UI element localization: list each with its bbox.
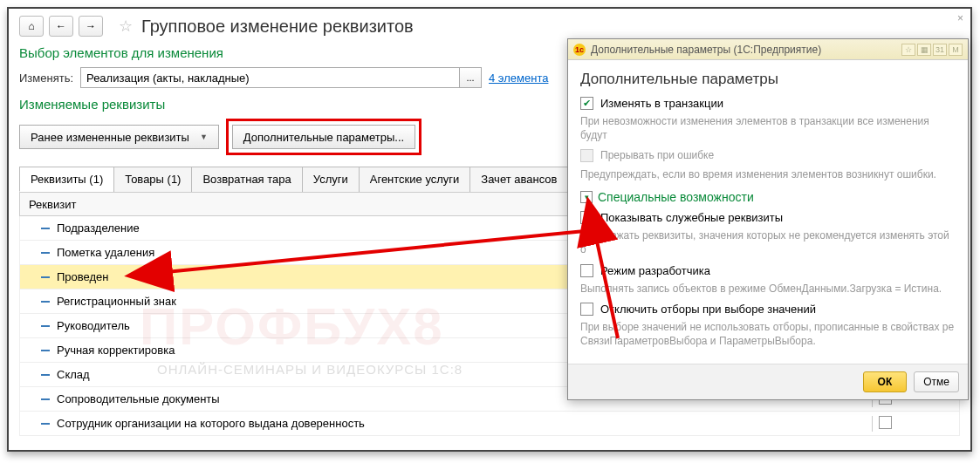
cancel-button[interactable]: Отме (914, 371, 959, 392)
dash-icon (41, 301, 50, 303)
special-section-toggle[interactable]: ▾ Специальные возможности (580, 190, 956, 204)
dash-icon (41, 423, 50, 425)
label-abort: Прерывать при ошибке (600, 149, 714, 163)
hint-show-service: Отображать реквизиты, значения которых н… (580, 229, 956, 256)
hint-dev-mode: Выполнять запись объектов в режиме Обмен… (580, 283, 956, 296)
row-name: Пометка удаления (57, 246, 154, 259)
hint-in-transaction: При невозможности изменения элементов в … (580, 115, 956, 142)
row-name: Ручная корректировка (57, 344, 175, 357)
star-icon[interactable]: ☆ (119, 17, 133, 36)
row-name: Склад (57, 368, 90, 381)
collapse-icon: ▾ (580, 191, 593, 203)
row-name: Подразделение (57, 221, 140, 235)
hint-abort: Предупреждать, если во время изменения э… (580, 168, 956, 182)
dash-icon (41, 398, 50, 400)
back-button[interactable]: ← (49, 16, 73, 37)
dash-icon (41, 325, 50, 327)
label-in-transaction: Изменять в транзакции (600, 97, 723, 110)
tab-agent[interactable]: Агентские услуги (359, 167, 471, 192)
row-name: Сотрудник организации на которого выдана… (57, 417, 365, 430)
check-disable-filters[interactable] (580, 303, 593, 316)
page-title: Групповое изменение реквизитов (141, 17, 414, 37)
change-label: Изменять: (19, 71, 73, 85)
row-name: Руководитель (57, 319, 130, 332)
elements-count-link[interactable]: 4 элемента (489, 71, 548, 85)
tab-goods[interactable]: Товары (1) (113, 167, 192, 192)
dash-icon (41, 252, 50, 254)
check-in-transaction[interactable] (580, 97, 593, 110)
dash-icon (41, 350, 50, 351)
dash-icon (41, 374, 50, 376)
dialog-titlebar-text: Дополнительные параметры (1С:Предприятие… (591, 44, 821, 56)
check-abort (580, 149, 593, 162)
home-button[interactable]: ⌂ (19, 16, 44, 37)
titlebar-icon[interactable]: ▦ (917, 44, 931, 56)
app-logo-icon: 1c (573, 44, 586, 56)
extra-params-dialog: 1c Дополнительные параметры (1С:Предприя… (567, 38, 969, 400)
row-checkbox[interactable] (879, 416, 892, 429)
hint-disable-filters: При выборе значений не использовать отбо… (580, 321, 956, 348)
label-dev-mode: Режим разработчика (600, 264, 710, 277)
check-show-service[interactable] (580, 211, 593, 224)
chevron-down-icon: ▼ (200, 133, 208, 141)
highlight-extra-params: Дополнительные параметры... (226, 119, 421, 155)
label-show-service: Показывать служебные реквизиты (600, 211, 783, 224)
change-input[interactable] (80, 67, 459, 88)
dash-icon (41, 228, 50, 229)
dialog-title: Дополнительные параметры (580, 71, 956, 88)
titlebar-icon[interactable]: 31 (933, 44, 947, 56)
label-disable-filters: Отключить отборы при выборе значений (600, 303, 816, 316)
prev-changed-button[interactable]: Ранее измененные реквизиты ▼ (19, 125, 219, 149)
ok-button[interactable]: ОК (863, 371, 908, 392)
titlebar-icon[interactable]: ☆ (901, 44, 915, 56)
table-row[interactable]: Сотрудник организации на которого выдана… (19, 412, 960, 436)
check-dev-mode[interactable] (580, 264, 593, 277)
extra-params-button[interactable]: Дополнительные параметры... (232, 125, 415, 149)
row-name: Сопроводительные документы (57, 392, 220, 405)
dash-icon (41, 276, 50, 278)
row-name: Проведен (57, 270, 109, 283)
titlebar-icon[interactable]: M (949, 44, 963, 56)
row-name: Регистрационный знак (57, 295, 176, 308)
change-picker-button[interactable]: ... (459, 67, 482, 88)
tab-requisites[interactable]: Реквизиты (1) (19, 167, 114, 192)
dialog-titlebar[interactable]: 1c Дополнительные параметры (1С:Предприя… (568, 39, 968, 60)
tab-return[interactable]: Возвратная тара (191, 167, 302, 192)
tab-advance[interactable]: Зачет авансов (469, 167, 568, 192)
forward-button[interactable]: → (79, 16, 103, 37)
tab-services[interactable]: Услуги (302, 167, 360, 192)
